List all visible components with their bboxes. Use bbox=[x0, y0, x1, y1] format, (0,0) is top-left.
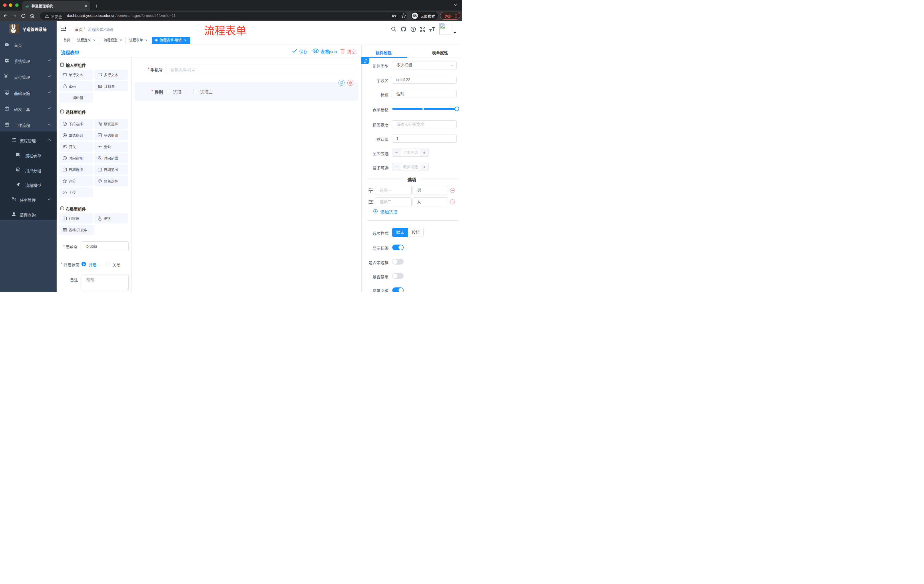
svg-text:123: 123 bbox=[98, 85, 102, 87]
